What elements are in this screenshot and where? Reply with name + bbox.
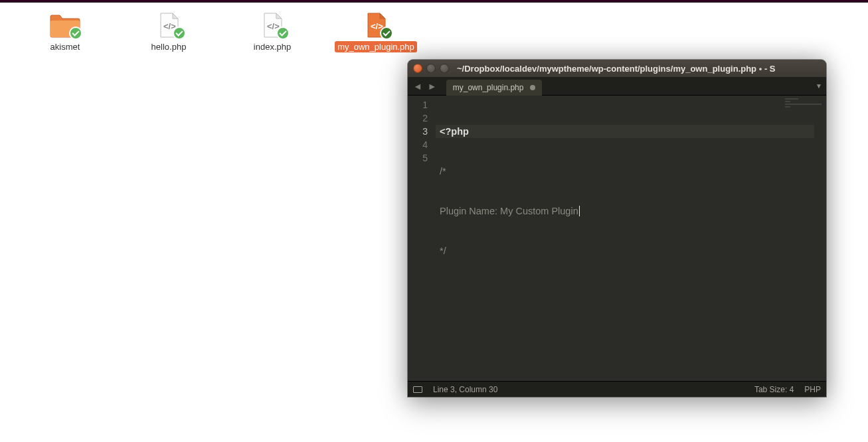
window-maximize-button[interactable] [440, 64, 449, 73]
code-content[interactable]: <?php /* Plugin Name: My Custom Plugin *… [436, 96, 826, 381]
status-cursor-position[interactable]: Line 3, Column 30 [433, 385, 497, 394]
sync-ok-badge-icon [173, 27, 186, 40]
unsaved-indicator-icon [530, 85, 535, 90]
window-minimize-button[interactable] [426, 64, 436, 73]
editor-tab[interactable]: my_own_plugin.php [446, 80, 543, 96]
editor-status-bar: Line 3, Column 30 Tab Size: 4 PHP [408, 381, 826, 397]
status-tab-size[interactable]: Tab Size: 4 [754, 385, 794, 394]
file-item-my-own-plugin[interactable]: </> my_own_plugin.php [325, 12, 426, 52]
sync-ok-badge-icon [380, 27, 393, 40]
tab-overflow-icon[interactable]: ▼ [816, 82, 822, 90]
window-close-button[interactable] [413, 64, 422, 73]
line-number-gutter: 1 2 3 4 5 [408, 96, 436, 381]
text-editor-window: ~/Dropbox/localdev/mywptheme/wp-content/… [408, 60, 826, 397]
file-manager-view: akismet </> hello.php [0, 3, 868, 442]
file-label: hello.php [149, 41, 189, 52]
window-titlebar[interactable]: ~/Dropbox/localdev/mywptheme/wp-content/… [408, 60, 826, 77]
file-item-hello[interactable]: </> hello.php [118, 12, 219, 52]
file-label: akismet [48, 41, 83, 52]
sync-ok-badge-icon [276, 27, 290, 40]
text-cursor [579, 206, 580, 216]
panel-switch-icon[interactable] [413, 386, 422, 393]
file-item-akismet[interactable]: akismet [15, 12, 116, 52]
file-grid: akismet </> hello.php [15, 12, 426, 52]
file-label: index.php [251, 41, 294, 52]
window-title: ~/Dropbox/localdev/mywptheme/wp-content/… [457, 64, 776, 74]
tab-history-forward-icon[interactable]: ► [426, 81, 438, 92]
file-item-index[interactable]: </> index.php [222, 12, 323, 52]
editor-tab-label: my_own_plugin.php [453, 83, 524, 92]
editor-tab-bar: ◄ ► my_own_plugin.php ▼ [408, 77, 826, 96]
sync-ok-badge-icon [69, 27, 82, 40]
code-editor[interactable]: 1 2 3 4 5 <?php /* Plugin Name: My Custo… [408, 96, 826, 381]
file-label: my_own_plugin.php [335, 41, 417, 52]
tab-history-back-icon[interactable]: ◄ [412, 81, 424, 92]
status-syntax[interactable]: PHP [804, 385, 821, 394]
